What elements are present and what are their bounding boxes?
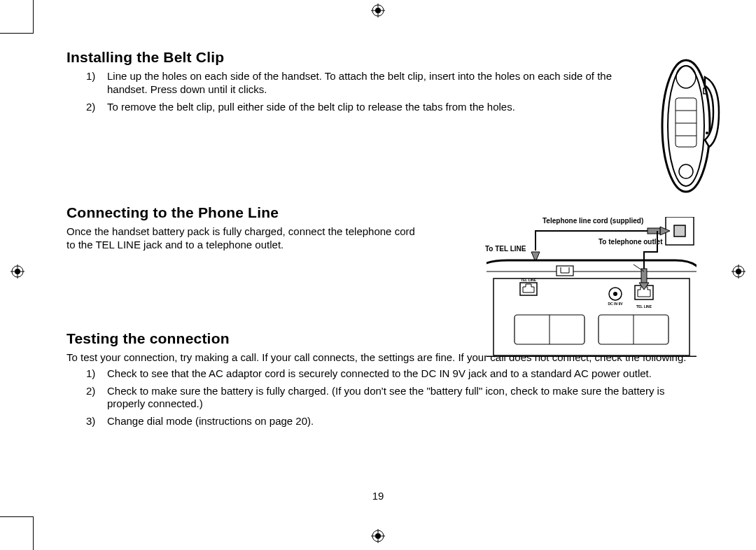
handset-belt-clip-figure [654,56,724,196]
registration-mark-icon [371,3,385,17]
step-number: 1) [86,367,104,381]
section-phone-line: Connecting to the Phone Line Once the ha… [66,204,696,323]
jack-label: DC IN 9V [608,302,623,306]
registration-mark-icon [371,529,385,543]
belt-clip-steps: 1) Line up the holes on each side of the… [66,70,620,113]
step-number: 1) [86,70,104,83]
section-belt-clip: Installing the Belt Clip 1) Line up the … [66,49,696,196]
heading-belt-clip: Installing the Belt Clip [66,49,620,66]
crop-mark [33,516,34,550]
svg-point-17 [668,66,704,186]
step-text: Line up the holes on each side of the ha… [107,70,612,95]
list-item: 1) Check to see that the AC adaptor cord… [86,367,696,381]
svg-rect-36 [641,269,647,284]
svg-point-34 [613,292,617,296]
crop-mark [0,33,34,34]
svg-rect-28 [648,228,660,234]
step-text: Check to make sure the battery is fully … [107,385,664,410]
crop-mark [0,516,34,517]
svg-rect-26 [674,225,685,237]
svg-rect-32 [556,266,573,276]
registration-mark-icon [732,265,746,278]
step-text: To remove the belt clip, pull either sid… [107,101,515,113]
page-content: Installing the Belt Clip 1) Line up the … [66,49,696,432]
phone-line-intro: Once the handset battery pack is fully c… [66,225,424,252]
jack-label: TEL LINE [636,304,652,309]
list-item: 2) Check to make sure the battery is ful… [86,385,696,411]
heading-phone-line: Connecting to the Phone Line [66,204,424,221]
page-number: 19 [372,490,384,502]
crop-mark [33,0,34,34]
testing-steps: 1) Check to see that the AC adaptor cord… [66,367,696,428]
list-item: 3) Change dial mode (instructions on pag… [86,415,696,428]
list-item: 1) Line up the holes on each side of the… [86,70,620,97]
list-item: 2) To remove the belt clip, pull either … [86,101,620,114]
step-number: 2) [86,385,104,398]
step-number: 3) [86,415,104,428]
step-text: Change dial mode (instructions on page 2… [107,415,314,427]
base-connection-figure: Telephone line cord (supplied) To TEL LI… [486,217,696,357]
svg-point-24 [706,132,708,134]
step-number: 2) [86,101,104,114]
jack-label: TEL LINE [521,278,537,282]
registration-mark-icon [10,265,24,278]
step-text: Check to see that the AC adaptor cord is… [107,367,652,379]
